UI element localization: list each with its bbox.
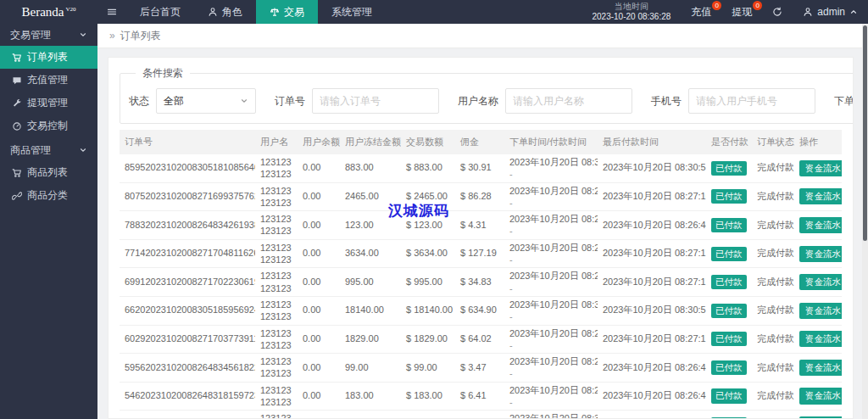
cell-order-no: 807520231020082716993757621: [120, 182, 255, 211]
table-row: 6029202310200827170377391171231231231230…: [120, 325, 842, 354]
paid-status-badge: 已付款: [711, 189, 747, 204]
cell-paid: 已付款: [706, 211, 752, 240]
column-header: 用户冻结金额: [340, 130, 401, 154]
quick-link-0[interactable]: 充值0: [681, 0, 721, 24]
cell-paid: 已付款: [706, 239, 752, 268]
fund-flow-button[interactable]: 资金流水: [799, 274, 842, 290]
cell-commission: $ 30.91: [455, 154, 504, 182]
cell-trade-amount: $ 883.00: [401, 154, 455, 182]
local-time-block: 当地时间 2023-10-20 08:36:28: [581, 0, 681, 24]
sidebar-item-1-0[interactable]: 商品列表: [0, 161, 97, 184]
cell-order-status: 完成付款: [752, 154, 794, 182]
status-select[interactable]: 全部: [156, 88, 256, 114]
cell-username: 123123123123: [255, 325, 298, 354]
table-row: 6620202310200830518595692401231231231230…: [120, 296, 842, 325]
cell-last-pay-time: 2023年10月20日 08:27:17: [598, 239, 706, 268]
cell-order-time: 2023年10月20日 08:26:48-: [504, 382, 598, 411]
sidebar-group-1: 商品管理商品列表商品分类: [0, 139, 97, 209]
cell-order-no: 4910620231020083051832503053: [120, 411, 255, 419]
fund-flow-button[interactable]: 资金流水: [799, 331, 842, 347]
fund-flow-button[interactable]: 资金流水: [799, 217, 842, 233]
gauge-icon: [12, 121, 22, 131]
cell-commission: $ 64.02: [455, 325, 504, 354]
cell-order-status: 完成付款: [752, 211, 794, 240]
search-field-input-1[interactable]: [505, 88, 632, 114]
cell-order-time: 2023年10月20日 08:27:17-: [504, 325, 598, 354]
cell-order-no: 699120231020082717022306193: [120, 268, 255, 297]
fund-flow-button[interactable]: 资金流水: [799, 160, 842, 176]
cell-trade-amount: $ 99.00: [401, 354, 455, 383]
cell-order-status: 完成付款: [752, 182, 794, 211]
cell-order-time: 2023年10月20日 08:27:17-: [504, 268, 598, 297]
table-row: 546202310200826483181597231231231231230.…: [120, 382, 842, 411]
scrollbar-thumb[interactable]: [863, 25, 867, 241]
status-filter: 状态 全部: [129, 88, 256, 114]
cell-paid: 已付款: [706, 268, 752, 297]
fund-flow-button[interactable]: 资金流水: [799, 360, 842, 376]
cell-order-status: 完成付款: [752, 411, 794, 419]
search-field-input-0[interactable]: [312, 88, 439, 114]
cell-order-no: 662020231020083051859569240: [120, 296, 255, 325]
search-field-label: 用户名称: [458, 94, 498, 109]
paid-status-badge: 已付款: [711, 275, 747, 289]
quick-link-1[interactable]: 提现0: [721, 0, 762, 24]
cell-frozen-amount: 99.00: [340, 354, 401, 383]
cell-paid: 已付款: [706, 411, 752, 419]
fund-flow-button[interactable]: 资金流水: [799, 388, 842, 404]
search-field-3: 下单时间: [834, 88, 854, 114]
cell-commission: $ 3.47: [455, 354, 504, 383]
column-header: 是否付款: [706, 130, 752, 154]
orders-table: 订单号用户名用户余额用户冻结金额交易数额佣金下单时间/付款时间最后付款时间是否付…: [120, 130, 842, 419]
sidebar-item-1-1[interactable]: 商品分类: [0, 184, 97, 207]
fund-flow-button[interactable]: 资金流水: [799, 246, 842, 262]
cell-username: 123123123123: [255, 182, 298, 211]
breadcrumb: »订单列表: [97, 24, 868, 48]
top-nav-item-0[interactable]: 后台首页: [126, 0, 194, 24]
menu-toggle-icon[interactable]: [97, 0, 126, 24]
cell-frozen-amount: 123.00: [340, 211, 401, 240]
search-fieldset: 条件搜索 状态 全部 订单号用户名称手机号下单时间 搜 索: [120, 66, 854, 124]
cell-commission: $ 34.83: [455, 268, 504, 297]
paid-status-badge: 已付款: [711, 332, 747, 346]
quick-links: 充值0提现0: [681, 0, 762, 24]
cell-balance: 0.00: [298, 211, 340, 240]
notification-badge: 0: [712, 1, 721, 10]
cart-icon: [12, 168, 22, 178]
cell-action: 资金流水: [794, 154, 842, 182]
sidebar-group-header-1[interactable]: 商品管理: [0, 139, 97, 161]
breadcrumb-label: 订单列表: [120, 30, 161, 42]
cell-trade-amount: $ 123.00: [401, 211, 455, 240]
vertical-scrollbar[interactable]: [862, 24, 868, 419]
cell-last-pay-time: 2023年10月20日 08:27:17: [598, 268, 706, 297]
cell-balance: 0.00: [298, 354, 340, 383]
link-icon: [12, 191, 22, 201]
sidebar-item-0-1[interactable]: 充值管理: [0, 69, 97, 92]
cell-last-pay-time: 2023年10月20日 08:27:16: [598, 182, 706, 211]
sidebar-item-0-3[interactable]: 交易控制: [0, 115, 97, 137]
search-field-label: 订单号: [275, 94, 305, 109]
search-field-label: 手机号: [651, 94, 682, 109]
top-nav-item-3[interactable]: 系统管理: [318, 0, 386, 24]
cell-frozen-amount: 18140.00: [340, 296, 401, 325]
cell-balance: 0.00: [298, 268, 340, 297]
fund-flow-button[interactable]: 资金流水: [799, 303, 842, 319]
fund-flow-button[interactable]: 资金流水: [799, 188, 842, 204]
cell-order-no: 602920231020082717037739117: [120, 325, 255, 354]
sidebar-item-label: 提现管理: [27, 96, 68, 110]
search-field-input-2[interactable]: [688, 88, 815, 114]
sidebar-item-0-0[interactable]: 订单列表: [0, 46, 97, 69]
top-nav-item-1[interactable]: 角色: [194, 0, 256, 24]
user-menu[interactable]: admin: [793, 0, 868, 24]
cell-frozen-amount: 883.00: [340, 154, 401, 182]
cell-last-pay-time: 2023年10月20日 08:27:17: [598, 325, 706, 354]
quick-link-label: 提现: [732, 5, 752, 20]
cell-action: 资金流水: [794, 239, 842, 268]
cell-paid: 已付款: [706, 382, 752, 411]
refresh-button[interactable]: [762, 0, 793, 24]
sidebar-group-header-0[interactable]: 交易管理: [0, 24, 97, 46]
search-field-1: 用户名称: [458, 88, 632, 114]
status-label: 状态: [129, 94, 149, 109]
sidebar-item-0-2[interactable]: 提现管理: [0, 92, 97, 115]
sidebar-item-label: 交易控制: [27, 119, 68, 133]
top-nav-item-2[interactable]: 交易: [256, 0, 318, 24]
